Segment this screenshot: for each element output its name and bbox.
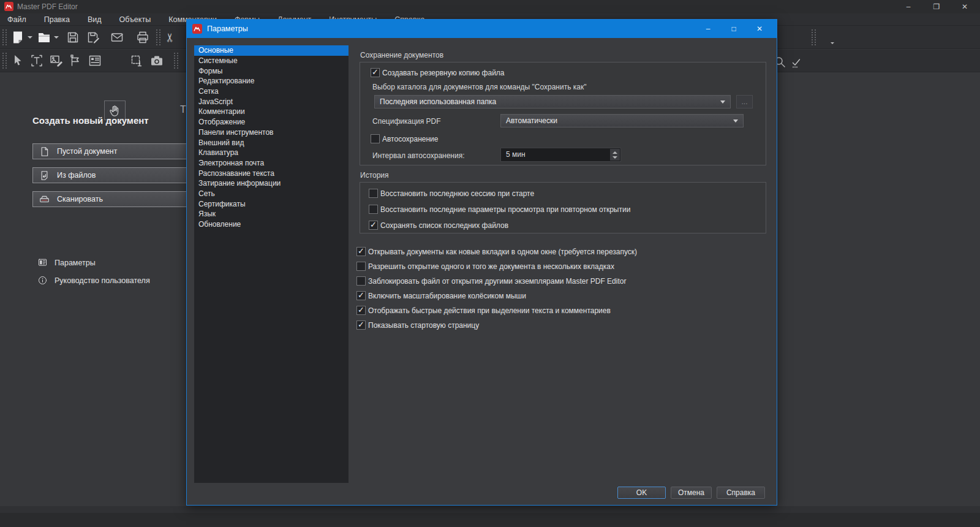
autosave-checkbox-label[interactable]: Автосохранение — [382, 135, 438, 143]
scanner-icon — [39, 194, 50, 205]
dialog-maximize-button[interactable]: □ — [721, 20, 747, 38]
manage-forms-button[interactable] — [88, 53, 102, 68]
save-button[interactable] — [66, 30, 80, 45]
toolbar-grip[interactable] — [812, 29, 816, 45]
backup-checkbox-label[interactable]: Создавать резервную копию файла — [382, 69, 505, 77]
menu-view[interactable]: Вид — [88, 15, 102, 24]
show-start-page-checkbox[interactable] — [356, 320, 366, 330]
scan-button[interactable]: Сканировать — [32, 191, 193, 207]
blank-document-icon — [39, 146, 50, 157]
scan-label: Сканировать — [57, 195, 103, 203]
sidebar-item-language[interactable]: Язык — [194, 209, 349, 219]
menu-file[interactable]: Файл — [7, 15, 26, 24]
dialog-minimize-button[interactable]: – — [695, 20, 721, 38]
history-group-title: История — [360, 171, 389, 180]
edit-image-tool-button[interactable] — [49, 53, 64, 68]
save-as-dir-combobox[interactable]: Последняя использованная папка — [374, 95, 731, 108]
restore-session-checkbox[interactable] — [369, 189, 378, 198]
same-doc-multi-tabs-label[interactable]: Разрешить открытие одного и того же доку… — [368, 262, 614, 271]
sidebar-item-appearance[interactable]: Внешний вид — [194, 137, 349, 148]
sidebar-item-javascript[interactable]: JavaScript — [194, 96, 349, 107]
restore-view-params-label[interactable]: Восстановить последние параметры просмот… — [380, 205, 630, 214]
minimize-button[interactable]: – — [895, 0, 922, 13]
blank-document-button[interactable]: Пустой документ — [32, 143, 193, 159]
edit-text-tool-button[interactable] — [29, 53, 44, 68]
snapshot-tool-button[interactable] — [149, 53, 164, 68]
recent-files-label[interactable]: Сохранять список последних файлов — [380, 221, 508, 230]
wheel-zoom-label[interactable]: Включить масштабирование колёсиком мыши — [368, 292, 526, 300]
backup-checkbox[interactable] — [371, 68, 380, 77]
lock-file-checkbox[interactable] — [356, 276, 366, 286]
toolbar-grip[interactable] — [156, 29, 160, 45]
same-doc-multi-tabs-checkbox[interactable] — [356, 262, 366, 271]
sidebar-item-redaction[interactable]: Затирание информации — [194, 178, 349, 189]
select-region-tool-button[interactable] — [129, 53, 144, 68]
sidebar-item-forms[interactable]: Формы — [194, 66, 349, 76]
user-guide-link[interactable]: Руководство пользователя — [37, 275, 150, 286]
sidebar-item-toolbars[interactable]: Панели инструментов — [194, 127, 349, 138]
new-document-button[interactable] — [10, 30, 25, 45]
chevron-down-icon — [733, 119, 738, 123]
sidebar-item-system[interactable]: Системные — [194, 56, 349, 66]
settings-link[interactable]: Параметры — [37, 257, 96, 268]
show-start-page-label[interactable]: Показывать стартовую страницу — [368, 321, 479, 330]
close-button[interactable]: ✕ — [951, 0, 978, 13]
sidebar-item-grid[interactable]: Сетка — [194, 86, 349, 97]
new-document-dropdown-icon[interactable] — [28, 36, 32, 39]
quick-actions-label[interactable]: Отображать быстрые действия при выделени… — [368, 306, 611, 315]
autosave-checkbox[interactable] — [371, 134, 380, 143]
pdf-spec-combobox[interactable]: Автоматически — [500, 114, 744, 127]
lock-file-label[interactable]: Заблокировать файл от открытия другими э… — [368, 277, 626, 286]
open-document-dropdown-icon[interactable] — [54, 36, 59, 39]
open-document-button[interactable] — [37, 30, 51, 45]
select-tool-button[interactable] — [10, 53, 25, 68]
restore-view-params-checkbox[interactable] — [369, 205, 378, 214]
toolbar-grip[interactable] — [2, 53, 7, 69]
from-files-button[interactable]: Из файлов — [32, 167, 193, 183]
spinner-buttons[interactable] — [610, 149, 620, 161]
sidebar-item-keyboard[interactable]: Клавиатура — [194, 148, 349, 158]
sidebar-item-update[interactable]: Обновление — [194, 219, 349, 230]
spin-up-icon[interactable] — [612, 151, 617, 154]
restore-session-label[interactable]: Восстановить последнюю сессию при старте — [380, 189, 534, 198]
from-files-icon — [39, 170, 50, 181]
saving-group-title: Сохранение документов — [360, 51, 443, 59]
cancel-button[interactable]: Отмена — [671, 487, 712, 499]
add-text-tool-button[interactable]: Т — [180, 104, 186, 115]
sidebar-item-ocr[interactable]: Распознавание текста — [194, 168, 349, 178]
spin-down-icon[interactable] — [612, 156, 617, 159]
browse-button[interactable]: ... — [736, 95, 753, 108]
dialog-logo-icon — [192, 24, 202, 34]
tabs-single-window-checkbox[interactable] — [356, 247, 366, 256]
tabs-single-window-label[interactable]: Открывать документы как новые вкладки в … — [368, 248, 637, 256]
sidebar-item-email[interactable]: Электронная почта — [194, 158, 349, 169]
recent-files-checkbox[interactable] — [369, 221, 378, 230]
sidebar-item-editing[interactable]: Редактирование — [194, 76, 349, 86]
help-button[interactable]: Справка — [717, 487, 765, 499]
sidebar-item-certificates[interactable]: Сертификаты — [194, 199, 349, 209]
ok-button[interactable]: OK — [617, 487, 666, 499]
email-button[interactable] — [110, 30, 124, 45]
toolbar-grip[interactable] — [2, 29, 7, 45]
wheel-zoom-checkbox[interactable] — [356, 291, 366, 300]
title-bar: Master PDF Editor – ❐ ✕ — [0, 0, 980, 13]
pdf-spec-label: Спецификация PDF — [372, 117, 441, 126]
sidebar-item-network[interactable]: Сеть — [194, 189, 349, 199]
sidebar-item-general[interactable]: Основные — [194, 45, 349, 56]
restore-button[interactable]: ❐ — [923, 0, 950, 13]
status-strip — [0, 513, 980, 527]
menu-edit[interactable]: Правка — [44, 15, 70, 24]
cut-icon[interactable] — [163, 33, 177, 43]
autosave-interval-spinner[interactable]: 5 мин — [500, 148, 621, 162]
sidebar-item-comments[interactable]: Комментарии — [194, 107, 349, 117]
edit-forms-tool-button[interactable] — [68, 53, 83, 68]
user-guide-link-label: Руководство пользователя — [55, 276, 150, 285]
print-button[interactable] — [135, 30, 150, 45]
sidebar-item-display[interactable]: Отображение — [194, 117, 349, 127]
dialog-close-button[interactable]: ✕ — [747, 20, 772, 38]
save-as-button[interactable] — [86, 30, 100, 45]
menu-objects[interactable]: Объекты — [119, 15, 151, 24]
validate-button[interactable] — [789, 55, 804, 70]
toolbar-grip[interactable] — [174, 53, 178, 69]
quick-actions-checkbox[interactable] — [356, 306, 366, 315]
